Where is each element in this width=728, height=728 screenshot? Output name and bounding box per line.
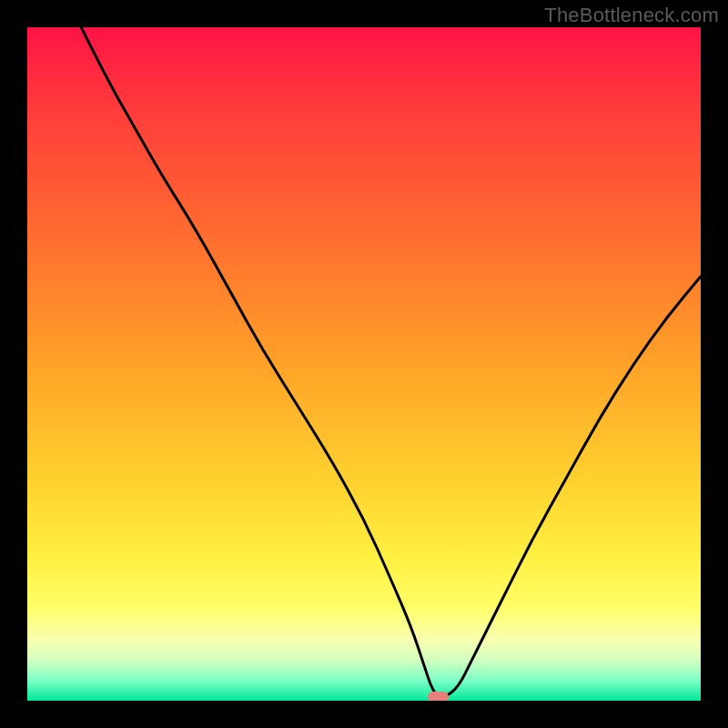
watermark-text: TheBottleneck.com [544,4,719,27]
chart-frame: TheBottleneck.com [0,0,728,728]
optimal-point-marker [428,692,450,701]
plot-area [27,27,701,701]
bottleneck-curve [27,27,701,701]
